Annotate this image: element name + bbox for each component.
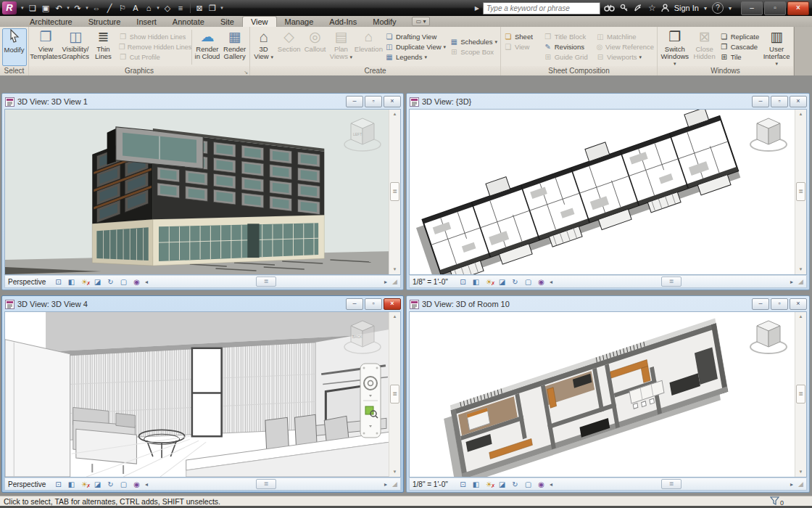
subscription-center-icon[interactable] [620, 4, 629, 12]
scroll-left-icon[interactable]: ◂ [145, 481, 148, 488]
reveal-hidden-icon[interactable]: ◉ [132, 480, 141, 488]
viewcube[interactable]: BACK [341, 316, 384, 359]
text-icon[interactable]: A [130, 1, 142, 15]
switch-windows-button[interactable]: ❐ Switch Windows ▾ [659, 28, 691, 66]
redo-dropdown-icon[interactable]: ▾ [85, 5, 90, 11]
plan-views-button[interactable]: ▤ Plan Views ▾ [328, 28, 354, 66]
measure-icon[interactable]: ⇔ [91, 1, 103, 15]
rendering-dialog-icon[interactable]: ↻ [510, 480, 520, 488]
revisions-button[interactable]: ✎ Revisions [544, 43, 590, 52]
tab-add-ins[interactable]: Add-Ins [321, 17, 365, 27]
scroll-down-icon[interactable]: ▼ [795, 467, 806, 477]
view-window-3d-of-room-10[interactable]: 3D View: 3D of Room 10 – ▫ × [406, 295, 810, 493]
resize-grip-icon[interactable]: ◢ [798, 480, 803, 488]
hscrollbar-thumb[interactable]: ≣ [661, 276, 682, 287]
window-titlebar[interactable]: 3D View: 3D View 1 – ▫ × [2, 94, 403, 109]
tab-annotate[interactable]: Annotate [165, 17, 212, 27]
restore-button[interactable]: ▫ [771, 96, 788, 107]
view-scale[interactable]: 1/8" = 1'-0" [413, 480, 455, 488]
tag-icon[interactable]: ⚐ [117, 1, 129, 15]
app-restore-button[interactable]: ▫ [764, 1, 786, 15]
thin-lines-button[interactable]: ≣ Thin Lines [90, 28, 117, 66]
scroll-down-icon[interactable]: ▼ [389, 265, 400, 274]
close-button[interactable]: × [384, 96, 401, 107]
keytip-arrow-icon[interactable]: ▶ [475, 5, 479, 12]
default-3d-view-icon[interactable]: ⌂ [143, 1, 155, 15]
hscroll-thumb[interactable]: ≣ [256, 479, 276, 489]
scroll-up-icon[interactable]: ▲ [795, 312, 806, 321]
viewcube[interactable] [747, 114, 790, 156]
scroll-right-icon[interactable]: ▸ [790, 481, 793, 488]
shadows-icon[interactable]: ◪ [497, 480, 507, 488]
title-block-button[interactable]: ❐ Title Block [544, 33, 590, 41]
scrollbar-thumb[interactable]: ≣ [796, 182, 805, 201]
duplicate-view-button[interactable]: ◫ Duplicate View ▾ [385, 43, 446, 52]
viewcube[interactable] [747, 316, 790, 359]
close-button[interactable]: × [790, 96, 807, 107]
crop-view-icon[interactable]: ▢ [119, 480, 128, 488]
thin-lines-icon[interactable]: ≡ [175, 1, 187, 15]
tab-insert[interactable]: Insert [128, 17, 165, 27]
save-icon[interactable]: ▣ [40, 1, 52, 15]
scroll-right-icon[interactable]: ▸ [790, 279, 793, 285]
vertical-scrollbar[interactable]: ▲ ≣ ▼ [389, 110, 400, 274]
close-hidden-windows-icon[interactable]: ⊠ [194, 1, 206, 15]
replicate-button[interactable]: ❏ Replicate [720, 33, 760, 41]
section-button[interactable]: ◇ Section [276, 28, 302, 66]
schedules-button[interactable]: ▦ Schedules ▾ [450, 38, 497, 46]
panel-label-sheet-composition[interactable]: Sheet Composition [501, 66, 657, 75]
resize-grip-icon[interactable]: ◢ [392, 278, 397, 285]
restore-button[interactable]: ▫ [365, 96, 382, 107]
resize-grip-icon[interactable]: ◢ [798, 278, 803, 285]
building[interactable] [92, 127, 324, 266]
crop-view-icon[interactable]: ▢ [523, 480, 533, 488]
view-window-3d-view-4[interactable]: 3D View: 3D View 4 – ▫ × [1, 295, 404, 493]
search-input[interactable] [483, 2, 600, 15]
minimize-button[interactable]: – [752, 96, 769, 107]
show-hidden-lines-button[interactable]: ❐ Show Hidden Lines [119, 33, 188, 41]
tab-modify[interactable]: Modify [365, 17, 404, 27]
view-window-3d[interactable]: 3D View: {3D} – ▫ × [406, 93, 810, 290]
view-window-3d-view-1[interactable]: 3D View: 3D View 1 – ▫ × [1, 93, 404, 290]
scroll-down-icon[interactable]: ▼ [389, 467, 400, 477]
scroll-right-icon[interactable]: ▸ [384, 279, 387, 285]
scroll-up-icon[interactable]: ▲ [389, 312, 400, 321]
visibility-graphics-button[interactable]: ◫ Visibility/ Graphics [62, 28, 89, 66]
view-templates-button[interactable]: ❐ View Templates [30, 28, 61, 66]
cut-profile-button[interactable]: ❐ Cut Profile [119, 53, 188, 62]
sun-path-icon[interactable]: ☀✗ [80, 480, 89, 488]
guide-grid-button[interactable]: ⊞ Guide Grid [544, 53, 590, 62]
sun-path-icon[interactable]: ☀✗ [80, 278, 89, 286]
communication-center-icon[interactable] [634, 4, 643, 12]
legends-button[interactable]: ▦ Legends ▾ [385, 53, 446, 62]
tab-manage[interactable]: Manage [277, 17, 322, 27]
drafting-view-button[interactable]: ❏ Drafting View [385, 33, 446, 41]
app-close-button[interactable]: × [787, 1, 809, 15]
close-button[interactable]: × [384, 298, 401, 310]
restore-button[interactable]: ▫ [365, 298, 382, 310]
shadows-icon[interactable]: ◪ [497, 278, 507, 286]
tab-view[interactable]: View [242, 16, 277, 27]
restore-button[interactable]: ▫ [771, 298, 788, 310]
drawing-area-3d-view-1[interactable] [5, 110, 389, 274]
detail-level-icon[interactable]: ⊡ [54, 480, 63, 488]
visual-style-icon[interactable]: ◧ [67, 278, 76, 286]
selection-filter-icon[interactable] [770, 496, 779, 507]
horizontal-scrollbar[interactable]: ≣ [556, 479, 787, 489]
sun-path-icon[interactable]: ☀✗ [484, 278, 494, 286]
open-icon[interactable]: ❏ [27, 1, 39, 15]
detail-level-icon[interactable]: ⊡ [458, 278, 468, 286]
view-scale[interactable]: Perspective [8, 480, 50, 488]
navigation-bar[interactable] [360, 363, 381, 441]
view-reference-button[interactable]: ◎ View Reference [596, 43, 654, 52]
view-button[interactable]: ❑ View [504, 43, 538, 52]
matchline-button[interactable]: ◫ Matchline [596, 33, 654, 41]
ribbon-display-toggle[interactable]: ▭ ▾ [412, 17, 431, 26]
minimize-button[interactable]: – [346, 96, 363, 107]
elevation-button[interactable]: ⌂ Elevation [355, 28, 383, 66]
view-scale[interactable]: Perspective [8, 278, 50, 286]
panel-label-graphics[interactable]: Graphics↘ [29, 66, 249, 75]
horizontal-scrollbar[interactable]: ≣ [152, 276, 381, 287]
close-button[interactable]: × [790, 298, 807, 310]
hscroll-thumb[interactable]: ≣ [661, 479, 682, 489]
